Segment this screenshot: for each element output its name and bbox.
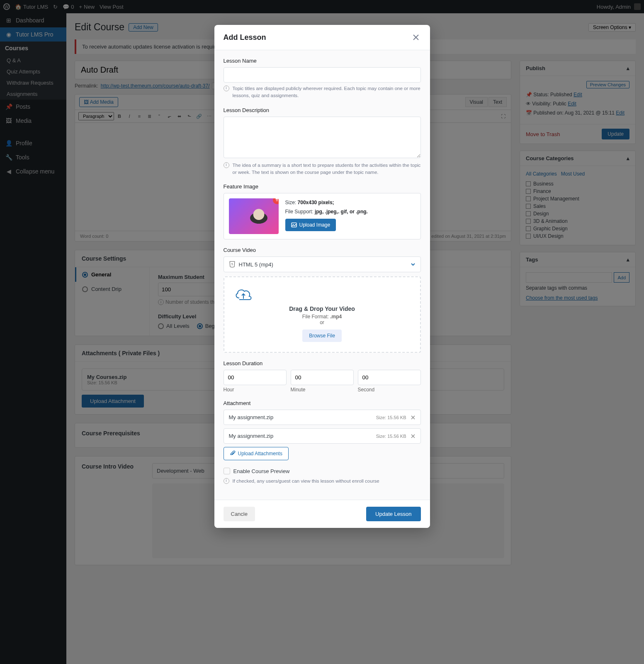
paperclip-icon	[230, 451, 236, 456]
lesson-desc-input[interactable]	[224, 117, 421, 158]
browse-file-button[interactable]: Browse File	[302, 330, 342, 342]
video-type-select[interactable]: 5 HTML 5 (mp4)	[224, 256, 421, 272]
attachment-row: My assignment.zip Size: 15.56 KB	[224, 410, 421, 425]
html5-icon: 5	[229, 261, 236, 268]
feature-image-info: Size: 700x430 pixels; File Support: jpg,…	[285, 198, 368, 234]
enable-preview-checkbox[interactable]: Enable Course Preview	[224, 468, 421, 474]
close-icon[interactable]	[411, 32, 421, 42]
duration-second-input[interactable]	[358, 370, 421, 385]
update-lesson-button[interactable]: Update Lesson	[366, 507, 420, 521]
image-icon	[291, 222, 297, 228]
svg-text:5: 5	[231, 263, 233, 266]
duration-label: Lesson Duration	[224, 360, 421, 366]
add-lesson-modal: Add Lesson Lesson Name iTopic titles are…	[214, 25, 430, 528]
feature-image-preview	[229, 198, 279, 234]
upload-attachments-button[interactable]: Upload Attachments	[224, 447, 289, 460]
duration-minute-input[interactable]	[291, 370, 354, 385]
duration-hour-input[interactable]	[224, 370, 287, 385]
video-dropzone[interactable]: Drag & Drop Your Video File Format: .mp4…	[224, 276, 421, 353]
modal-title: Add Lesson	[224, 33, 266, 42]
remove-attachment-button[interactable]	[411, 415, 416, 420]
cancel-button[interactable]: Cancle	[224, 507, 255, 521]
delete-image-button[interactable]	[273, 198, 279, 204]
dropzone-title: Drag & Drop Your Video	[234, 305, 410, 312]
upload-image-button[interactable]: Upload Image	[285, 219, 336, 231]
attachment-row: My assignment.zip Size: 15.56 KB	[224, 428, 421, 444]
info-icon: i	[224, 85, 229, 91]
info-icon: i	[224, 478, 229, 484]
lesson-name-input[interactable]	[224, 67, 421, 83]
modal-overlay: Add Lesson Lesson Name iTopic titles are…	[0, 0, 644, 664]
course-video-label: Course Video	[224, 247, 421, 253]
lesson-name-label: Lesson Name	[224, 58, 421, 64]
cloud-upload-icon	[234, 287, 410, 301]
chevron-down-icon	[411, 262, 416, 267]
feature-image-label: Feature Image	[224, 183, 421, 190]
attachment-label: Attachment	[224, 400, 421, 406]
lesson-desc-label: Lesson Description	[224, 107, 421, 113]
info-icon: i	[224, 162, 229, 168]
remove-attachment-button[interactable]	[411, 434, 416, 439]
